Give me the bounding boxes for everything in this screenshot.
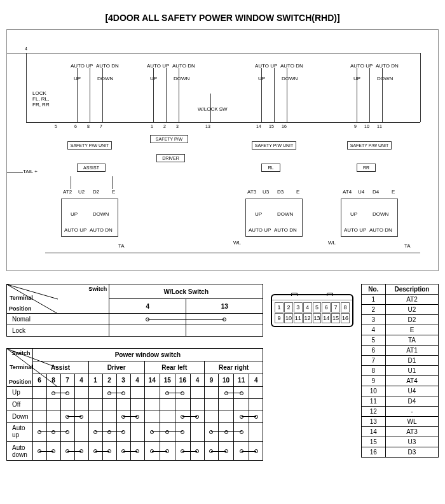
lbl-autodn-s3: AUTO DN [274,227,297,233]
connector-pin-11: 11 [294,313,303,323]
pin-5: 5 [55,124,57,129]
lbl-u4: U4 [358,189,364,195]
connector-pin-16: 16 [341,313,350,323]
wlock-row-lock: Lock [7,325,263,337]
wlock-col-title: W/Lock Switch [109,284,263,299]
pin-2: 2 [163,124,166,129]
desc-row-2: 2U2 [361,305,438,315]
pin-8: 8 [87,124,90,129]
box-rl: RL [261,164,280,172]
lbl-at2: AT2 [63,189,72,195]
pws-col-1: 1 [88,374,102,387]
pws-col-16: 16 [175,374,190,387]
pws-col-4: 4 [74,374,88,387]
lbl-wl-2: WL [328,240,336,246]
wiring-schematic: E 4 LOCK FL, RL, FR, RR AUTO UP AUTO DN … [6,29,439,271]
desc-row-1: 1AT2 [361,295,438,305]
pin-11: 11 [377,124,382,129]
label-tail: TAIL + [23,169,38,174]
pws-row-auto-down: Auto down [7,441,263,460]
box-safety-driver: SAFETY P/W [150,135,188,143]
hdr-terminal: Terminal [10,295,33,301]
desc-hdr-desc: Description [385,284,438,295]
pws-col-11: 11 [234,374,249,387]
lbl-wlock: W/LOCK SW [198,106,228,112]
lbl-down-4: DOWN [377,76,393,81]
lbl-down-2: DOWN [174,76,189,81]
desc-row-12: 12- [361,407,438,417]
pin-4: 4 [25,46,27,51]
lbl-d4: D4 [373,189,379,195]
connector-pin-10: 10 [284,313,293,323]
desc-row-8: 8U1 [361,366,438,376]
pws-col-7: 7 [60,374,74,387]
connector-pin-9: 9 [275,313,284,323]
lbl-up-s1: UP [71,211,78,217]
pws-col-4: 4 [190,374,204,387]
label-lock: LOCK FL, RL, FR, RR [32,90,50,108]
pin-16: 16 [282,124,287,129]
desc-row-6: 6AT1 [361,346,438,356]
pin-13: 13 [205,124,210,129]
lbl-down-s4: DOWN [373,211,388,217]
wlock-switch-table: Switch Terminal Position W/Lock Switch 4… [6,284,263,337]
lbl-auto-dn-4: AUTO DN [376,63,399,69]
wlock-nomal-label: Nomal [7,314,109,325]
pws-hdr-switch: Switch [12,350,31,356]
box-safety-rl: SAFETY P/W UNIT [252,141,296,150]
connector-pin-5: 5 [313,302,322,312]
box-safety-assist: SAFETY P/W UNIT [67,141,112,150]
power-window-switch-table: Switch Terminal Position Power window sw… [6,348,263,458]
lbl-u3: U3 [263,189,269,195]
connector-pin-13: 13 [313,313,322,323]
desc-row-15: 15U3 [361,437,438,447]
pws-row-off: Off [7,398,263,410]
box-rr: RR [357,164,376,172]
connector-pin-2: 2 [284,302,293,312]
box-driver: DRIVER [156,154,185,162]
desc-row-9: 9AT4 [361,376,438,386]
connector-pin-12: 12 [303,313,312,323]
pin-1: 1 [151,124,153,129]
connector-pin-3: 3 [294,302,303,312]
connector-pin-15: 15 [331,313,340,323]
lbl-autodn-s4: AUTO DN [369,227,392,233]
pws-hdr-terminal: Terminal [10,364,33,370]
hdr-switch: Switch [88,286,107,292]
wlock-row-nomal: Nomal [7,314,263,325]
lbl-autodn-s1: AUTO DN [90,227,113,233]
pws-row-down: Down [7,410,263,423]
lbl-down-s3: DOWN [277,211,293,217]
pws-col-2: 2 [102,374,116,387]
lbl-e3: E [296,189,299,195]
description-table: No. Description 1AT22U23D24E5TA6AT17D18U… [361,284,439,458]
pws-col-14: 14 [144,374,160,387]
lbl-auto-dn-1: AUTO DN [96,63,119,69]
page-title: [4DOOR ALL SAFETY POWER WINDOW SWITCH(RH… [6,13,439,23]
pws-col-4: 4 [130,374,144,387]
lbl-e4: E [392,189,395,195]
lbl-ta-2: TA [404,243,411,249]
lbl-autoup-s1: AUTO UP [64,227,86,233]
lbl-up-s4: UP [350,211,357,217]
pin-7: 7 [100,124,102,129]
connector-pin-7: 7 [331,302,340,312]
box-safety-rr: SAFETY P/W UNIT [347,141,392,150]
pws-main-title: Power window switch [32,349,263,361]
lbl-d3: D3 [277,189,284,195]
lbl-down-s1: DOWN [93,211,109,217]
pws-col-15: 15 [160,374,175,387]
desc-row-4: 4E [361,325,438,335]
lbl-e2: E [112,189,115,195]
pws-col-9: 9 [204,374,218,387]
lbl-up-s3: UP [255,211,262,217]
pin-10: 10 [364,124,369,129]
pin-6: 6 [74,124,77,129]
desc-row-11: 11D4 [361,396,438,407]
connector-diagram: 12345678910111213141516 [271,294,353,327]
lbl-at4: AT4 [343,189,352,195]
pws-group-driver: Driver [88,361,144,374]
desc-row-10: 10U4 [361,386,438,396]
wlock-col-13: 13 [186,299,263,314]
pws-col-4: 4 [249,374,263,387]
